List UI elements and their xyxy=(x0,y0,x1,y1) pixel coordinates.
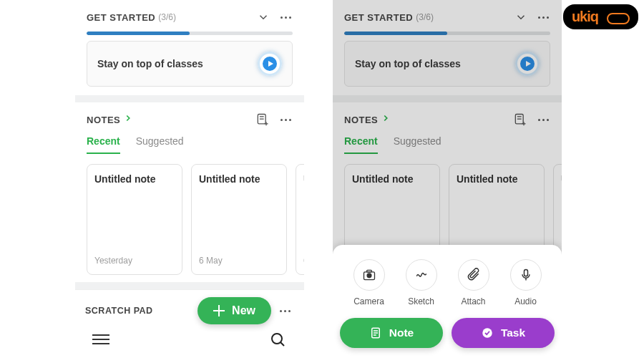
tab-recent: Recent xyxy=(344,135,378,154)
onboarding-tip-card[interactable]: Stay on top of classes xyxy=(87,41,293,87)
sketch-icon xyxy=(406,259,437,291)
svg-point-13 xyxy=(367,274,371,278)
plus-icon xyxy=(213,305,225,316)
get-started-title: GET STARTED xyxy=(344,12,413,23)
scratch-pad-label: SCRATCH PAD xyxy=(85,306,153,316)
note-date: Yesterday xyxy=(94,256,175,266)
tool-camera[interactable]: Camera xyxy=(346,259,392,306)
tool-sketch[interactable]: Sketch xyxy=(399,259,444,306)
chevron-down-icon[interactable] xyxy=(257,11,270,24)
note-add-icon xyxy=(513,112,527,127)
audio-icon xyxy=(510,259,542,291)
note-title: Untitled note xyxy=(199,173,279,185)
logo-text: ukiq xyxy=(572,9,598,25)
chevron-right-icon[interactable] xyxy=(123,113,133,126)
more-icon[interactable] xyxy=(278,10,293,24)
svg-rect-14 xyxy=(366,270,371,272)
hamburger-icon[interactable] xyxy=(92,332,109,349)
phone-left: GET STARTED (3/6) Stay on top of classes… xyxy=(75,0,304,358)
svg-line-6 xyxy=(280,342,284,346)
compose-note-button[interactable]: Note xyxy=(340,318,443,348)
tool-label: Sketch xyxy=(408,296,434,306)
more-icon xyxy=(536,112,550,127)
more-icon[interactable] xyxy=(278,112,293,127)
watermark-logo: ukiq xyxy=(563,4,638,29)
phone-right: GET STARTED (3/6) Stay on top of classes… xyxy=(333,0,562,358)
svg-rect-15 xyxy=(524,270,527,276)
get-started-title: GET STARTED xyxy=(87,12,155,23)
compose-task-button[interactable]: Task xyxy=(452,318,555,348)
tool-audio[interactable]: Audio xyxy=(503,259,549,306)
attach-icon xyxy=(458,259,489,291)
scratch-pad-row: SCRATCH PAD New xyxy=(75,289,304,326)
tab-suggested: Suggested xyxy=(394,135,441,154)
get-started-count: (3/6) xyxy=(158,12,176,22)
note-date: 6 May xyxy=(199,256,279,266)
note-card[interactable]: Untitled note 6 May xyxy=(191,164,287,275)
camera-icon xyxy=(353,259,385,291)
compose-note-label: Note xyxy=(389,326,414,339)
tool-label: Attach xyxy=(461,296,485,306)
more-icon[interactable] xyxy=(275,304,294,318)
notes-tabs: Recent Suggested xyxy=(75,131,304,154)
note-card[interactable]: U 6 xyxy=(296,164,304,275)
tool-label: Camera xyxy=(353,296,384,306)
note-title: U xyxy=(303,173,304,185)
logo-decoration-icon xyxy=(601,11,630,24)
svg-point-5 xyxy=(272,334,282,344)
tab-recent[interactable]: Recent xyxy=(87,135,120,154)
notes-title[interactable]: NOTES xyxy=(87,115,120,125)
notes-header: NOTES xyxy=(75,102,304,131)
compose-task-label: Task xyxy=(501,326,525,339)
more-icon xyxy=(536,10,550,24)
new-item-sheet: Camera Sketch Attach xyxy=(333,245,562,358)
note-add-icon[interactable] xyxy=(255,112,270,127)
bottom-nav xyxy=(75,326,304,353)
new-button[interactable]: New xyxy=(197,297,271,324)
check-circle-icon xyxy=(481,326,494,339)
search-icon[interactable] xyxy=(270,332,287,349)
note-card[interactable]: Untitled note Yesterday xyxy=(87,164,182,275)
onboarding-tip-card: Stay on top of classes xyxy=(344,41,550,87)
notes-card-row: Untitled note Yesterday Untitled note 6 … xyxy=(75,154,304,282)
tool-label: Audio xyxy=(514,296,537,306)
play-icon[interactable] xyxy=(258,52,282,76)
onboarding-progress xyxy=(87,32,293,35)
note-date: 6 xyxy=(303,256,304,266)
chevron-right-icon xyxy=(381,113,391,126)
tip-text: Stay on top of classes xyxy=(97,58,258,69)
tool-attach[interactable]: Attach xyxy=(451,259,497,306)
note-title: Untitled note xyxy=(94,173,175,185)
get-started-header: GET STARTED (3/6) xyxy=(75,0,304,29)
get-started-count: (3/6) xyxy=(416,12,434,22)
play-icon xyxy=(515,52,540,76)
note-icon xyxy=(369,326,382,339)
new-button-label: New xyxy=(232,304,255,317)
tab-suggested[interactable]: Suggested xyxy=(136,135,184,154)
chevron-down-icon xyxy=(514,11,527,24)
